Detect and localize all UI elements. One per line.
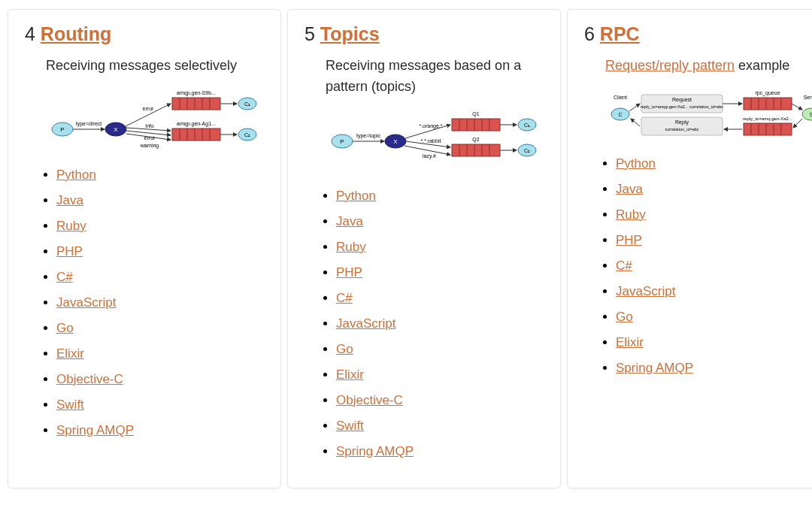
language-item: JavaScript [56, 295, 264, 310]
language-link[interactable]: Spring AMQP [616, 361, 693, 375]
tutorial-number: 5 [304, 23, 315, 44]
tutorial-description: Receiving messages based on a pattern (t… [326, 56, 544, 98]
language-item: Go [56, 321, 264, 336]
language-link[interactable]: PHP [336, 265, 362, 280]
language-link[interactable]: Java [616, 182, 643, 196]
language-link[interactable]: Java [336, 214, 363, 228]
svg-text:C₁: C₁ [244, 101, 250, 107]
svg-line-76 [631, 119, 640, 126]
language-link[interactable]: PHP [56, 244, 83, 259]
tutorial-card-topics: 5 TopicsReceiving messages based on a pa… [287, 9, 561, 488]
tutorial-title-link[interactable]: Topics [320, 23, 380, 44]
svg-text:error: error [143, 106, 154, 111]
svg-text:error: error [144, 135, 156, 141]
language-link[interactable]: Python [616, 156, 656, 171]
language-link[interactable]: Python [336, 189, 376, 203]
language-list: PythonJavaRubyPHPC#JavaScriptGoElixirObj… [304, 189, 544, 459]
svg-text:X: X [114, 126, 118, 133]
language-item: PHP [616, 233, 812, 248]
svg-text:C₂: C₂ [244, 132, 250, 138]
language-link[interactable]: Go [616, 310, 633, 324]
language-link[interactable]: PHP [616, 233, 642, 247]
language-item: Java [616, 182, 812, 197]
language-item: Ruby [336, 240, 544, 255]
tutorial-inline-link[interactable]: Request/reply pattern [605, 58, 735, 73]
tutorial-cards: 4 RoutingReceiving messages selectively … [8, 9, 804, 488]
language-link[interactable]: Swift [336, 419, 364, 433]
svg-text:rpc_queue: rpc_queue [755, 90, 780, 96]
tutorial-diagram: P type=direct X amqp.gen-S9b... amqp.gen… [46, 84, 264, 159]
language-link[interactable]: Swift [56, 398, 84, 412]
language-item: JavaScript [336, 316, 544, 331]
language-link[interactable]: Objective-C [336, 393, 403, 407]
svg-text:X: X [393, 138, 398, 145]
tutorial-description: Receiving messages selectively [46, 56, 264, 77]
svg-text:C₂: C₂ [524, 148, 530, 153]
language-item: C# [336, 291, 544, 306]
language-link[interactable]: Ruby [616, 207, 646, 222]
svg-text:P: P [340, 138, 344, 145]
language-item: Spring AMQP [616, 361, 812, 376]
language-item: Java [336, 214, 544, 229]
language-link[interactable]: Ruby [336, 240, 366, 254]
svg-text:Client: Client [614, 95, 627, 100]
tutorial-title-link[interactable]: RPC [600, 23, 640, 44]
language-link[interactable]: Spring AMQP [56, 423, 134, 437]
tutorial-diagram: P type=topic X Q1 Q2 *.orange.* *.*.rabb… [326, 105, 544, 180]
svg-text:info: info [145, 123, 153, 128]
language-link[interactable]: JavaScript [616, 284, 675, 298]
tutorial-number: 6 [584, 23, 595, 44]
language-link[interactable]: Elixir [616, 335, 644, 349]
tutorial-title: 6 RPC [584, 23, 812, 45]
routing-diagram: P type=direct X amqp.gen-S9b... amqp.gen… [46, 84, 264, 156]
svg-text:warning: warning [140, 143, 159, 149]
language-link[interactable]: Objective-C [56, 372, 123, 386]
language-link[interactable]: Go [336, 342, 353, 356]
language-item: Swift [336, 419, 544, 434]
language-item: Objective-C [56, 372, 264, 387]
language-link[interactable]: Java [56, 193, 83, 207]
tutorial-description-text: Receiving messages based on a pattern (t… [326, 58, 521, 94]
svg-text:C: C [618, 112, 622, 117]
tutorial-description: Request/reply pattern example [605, 56, 812, 77]
language-item: Objective-C [336, 393, 544, 408]
svg-text:*.*.rabbit: *.*.rabbit [421, 138, 441, 144]
svg-text:Q1: Q1 [472, 111, 479, 117]
language-item: Go [336, 342, 544, 357]
svg-text:Server: Server [804, 95, 812, 100]
svg-text:correlation_id=abc: correlation_id=abc [665, 127, 698, 132]
language-item: Spring AMQP [56, 423, 264, 438]
language-link[interactable]: C# [56, 270, 73, 284]
tutorial-title-link[interactable]: Routing [41, 23, 111, 44]
svg-text:lazy.#: lazy.# [423, 153, 436, 159]
language-item: Python [336, 189, 544, 204]
svg-text:type=topic: type=topic [356, 133, 381, 139]
svg-line-97 [793, 119, 802, 128]
language-item: Ruby [56, 219, 264, 234]
svg-text:amqp.gen-Ag1...: amqp.gen-Ag1... [177, 121, 216, 127]
language-item: Elixir [616, 335, 812, 350]
language-link[interactable]: Elixir [56, 346, 84, 361]
svg-text:Reply: Reply [675, 119, 689, 125]
svg-line-75 [629, 104, 640, 111]
language-item: JavaScript [616, 284, 812, 299]
language-link[interactable]: Ruby [56, 219, 86, 233]
tutorial-title: 4 Routing [25, 23, 264, 45]
svg-text:*.orange.*: *.orange.* [419, 123, 442, 129]
language-link[interactable]: JavaScript [336, 316, 395, 331]
language-item: C# [616, 259, 812, 274]
svg-text:amqp.gen-S9b...: amqp.gen-S9b... [177, 90, 216, 96]
language-link[interactable]: JavaScript [56, 295, 116, 310]
language-link[interactable]: Python [56, 168, 96, 182]
language-item: Elixir [336, 367, 544, 382]
language-item: Python [56, 168, 264, 183]
language-link[interactable]: C# [616, 259, 632, 273]
rpc-diagram: Client C Request reply_to=amqp.gen-Xa2..… [605, 84, 812, 144]
language-link[interactable]: C# [336, 291, 353, 305]
tutorial-title: 5 Topics [304, 23, 544, 45]
language-link[interactable]: Spring AMQP [336, 444, 414, 458]
language-link[interactable]: Elixir [336, 367, 364, 382]
topics-diagram: P type=topic X Q1 Q2 *.orange.* *.*.rabb… [326, 105, 544, 177]
language-link[interactable]: Go [56, 321, 74, 335]
svg-text:S: S [810, 112, 812, 117]
